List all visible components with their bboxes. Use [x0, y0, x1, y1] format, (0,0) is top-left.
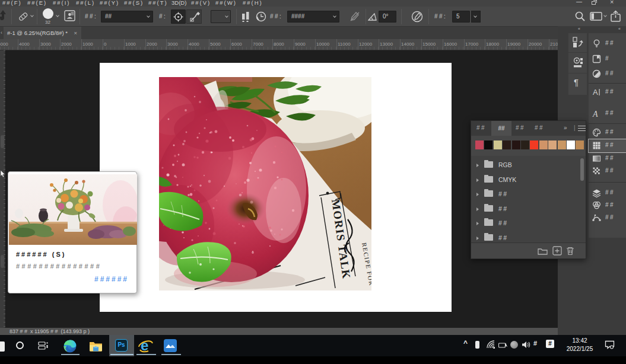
svg-text:A: A: [592, 110, 598, 119]
svg-text:A: A: [593, 88, 598, 97]
